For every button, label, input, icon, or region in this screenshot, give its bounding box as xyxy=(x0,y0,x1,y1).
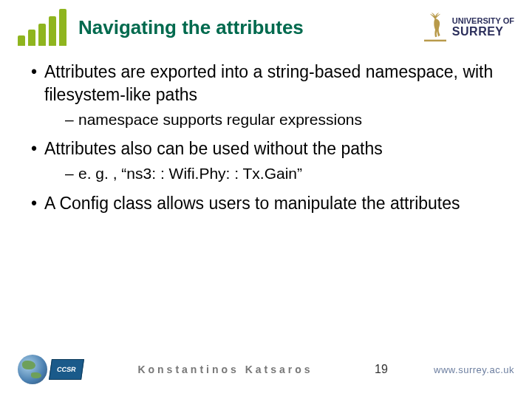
globe-icon xyxy=(18,355,47,384)
slide: Navigating the attributes UNIVERSITY OF … xyxy=(0,0,532,399)
bullet-item: Attributes also can be used without the … xyxy=(31,137,514,184)
author-label: Konstantinos Katsaros xyxy=(84,364,366,375)
sub-bullet-text: e. g. , “ns3: : Wifi.Phy: : Tx.Gain” xyxy=(78,165,302,182)
bullet-text: Attributes are exported into a string-ba… xyxy=(44,62,493,104)
ccsr-badge: CCSR xyxy=(49,359,84,380)
content: Attributes are exported into a string-ba… xyxy=(18,61,514,215)
page-number: 19 xyxy=(366,363,396,376)
bars-logo-icon xyxy=(18,9,66,46)
university-text: UNIVERSITY OF SURREY xyxy=(452,16,514,38)
bullet-text: Attributes also can be used without the … xyxy=(44,139,383,158)
sub-bullet-item: e. g. , “ns3: : Wifi.Phy: : Tx.Gain” xyxy=(65,163,514,184)
university-name-label: SURREY xyxy=(452,25,514,38)
university-logo: UNIVERSITY OF SURREY xyxy=(423,13,514,42)
header: Navigating the attributes UNIVERSITY OF … xyxy=(18,9,514,46)
university-top-label: UNIVERSITY OF xyxy=(452,16,514,25)
page-title: Navigating the attributes xyxy=(78,16,411,39)
svg-rect-0 xyxy=(424,40,446,42)
footer-url: www.surrey.ac.uk xyxy=(396,364,514,375)
stag-icon xyxy=(423,13,448,42)
bullet-text: A Config class allows users to manipulat… xyxy=(44,194,460,213)
sub-bullet-text: namespace supports regular expressions xyxy=(78,111,362,128)
bullet-item: Attributes are exported into a string-ba… xyxy=(31,61,514,130)
bullet-item: A Config class allows users to manipulat… xyxy=(31,192,514,215)
ccsr-logo: CCSR xyxy=(18,351,84,388)
sub-bullet-item: namespace supports regular expressions xyxy=(65,109,514,130)
footer: CCSR Konstantinos Katsaros 19 www.surrey… xyxy=(0,347,532,392)
